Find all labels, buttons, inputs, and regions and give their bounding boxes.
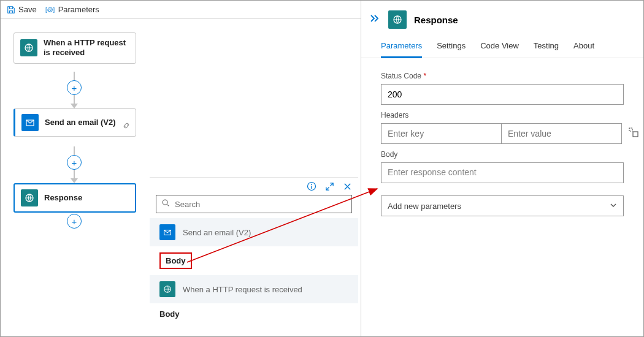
- save-icon: [7, 6, 15, 14]
- popup-body-option-2[interactable]: Body: [150, 303, 358, 325]
- search-icon: [161, 199, 170, 210]
- headers-label: Headers: [381, 111, 624, 119]
- svg-point-7: [163, 200, 167, 205]
- expand-icon[interactable]: [325, 181, 334, 191]
- node-title: Response: [44, 193, 82, 203]
- close-icon[interactable]: [343, 181, 352, 191]
- tab-codeview[interactable]: Code View: [480, 41, 519, 58]
- info-icon[interactable]: [307, 181, 316, 191]
- svg-rect-6: [311, 186, 312, 189]
- tab-settings[interactable]: Settings: [437, 41, 466, 58]
- dropdown-label: Add new parameters: [388, 202, 461, 211]
- node-http-request[interactable]: When a HTTP request is received: [13, 32, 136, 64]
- tab-testing[interactable]: Testing: [534, 41, 559, 58]
- search-input-wrapper[interactable]: [156, 195, 352, 213]
- popup-item-label: Send an email (V2): [183, 228, 251, 237]
- search-input[interactable]: [175, 200, 347, 209]
- response-icon: [21, 189, 38, 206]
- status-code-input[interactable]: [381, 84, 624, 105]
- parameters-button[interactable]: [@] Parameters: [45, 5, 99, 14]
- save-label: Save: [18, 5, 37, 14]
- header-key-input[interactable]: [381, 124, 502, 143]
- response-panel: Response Parameters Settings Code View T…: [361, 1, 643, 336]
- add-step-button[interactable]: +: [67, 155, 82, 170]
- popup-item-label: When a HTTP request is received: [183, 285, 302, 294]
- response-icon: [388, 10, 407, 29]
- node-send-email[interactable]: Send an email (V2): [13, 108, 136, 137]
- node-title: Send an email (V2): [45, 118, 116, 127]
- body-input[interactable]: Enter response content: [381, 162, 624, 183]
- add-step-button[interactable]: +: [67, 80, 82, 95]
- node-response[interactable]: Response: [13, 183, 136, 213]
- body-highlight: Body: [159, 252, 192, 269]
- toggle-view-icon[interactable]: [628, 127, 639, 140]
- parameters-icon: [@]: [45, 6, 55, 14]
- add-parameters-dropdown[interactable]: Add new parameters: [381, 195, 624, 216]
- http-icon: [159, 281, 175, 297]
- popup-body-option[interactable]: Body: [150, 246, 358, 275]
- svg-point-5: [311, 184, 312, 185]
- dynamic-content-popup: Send an email (V2) Body When a HTTP requ…: [150, 177, 358, 325]
- svg-text:[@]: [@]: [45, 6, 55, 13]
- body-label: Body: [381, 150, 624, 159]
- popup-item-http[interactable]: When a HTTP request is received: [150, 275, 358, 303]
- connector-icon: [122, 121, 131, 132]
- status-code-label: Status Code *: [381, 72, 624, 80]
- tab-about[interactable]: About: [573, 41, 594, 58]
- chevron-down-icon: [610, 202, 617, 211]
- popup-item-email[interactable]: Send an email (V2): [150, 218, 358, 246]
- panel-title: Response: [414, 15, 458, 25]
- parameters-label: Parameters: [58, 5, 99, 14]
- save-button[interactable]: Save: [7, 5, 37, 14]
- collapse-panel-icon[interactable]: [370, 14, 381, 25]
- email-icon: [159, 224, 175, 240]
- http-icon: [20, 39, 37, 56]
- tab-parameters[interactable]: Parameters: [381, 41, 422, 58]
- header-value-input[interactable]: [502, 124, 621, 143]
- add-step-button[interactable]: +: [67, 214, 82, 229]
- svg-rect-14: [633, 132, 638, 137]
- node-title: When a HTTP request is received: [44, 38, 129, 58]
- svg-rect-13: [629, 128, 632, 131]
- email-icon: [21, 114, 39, 131]
